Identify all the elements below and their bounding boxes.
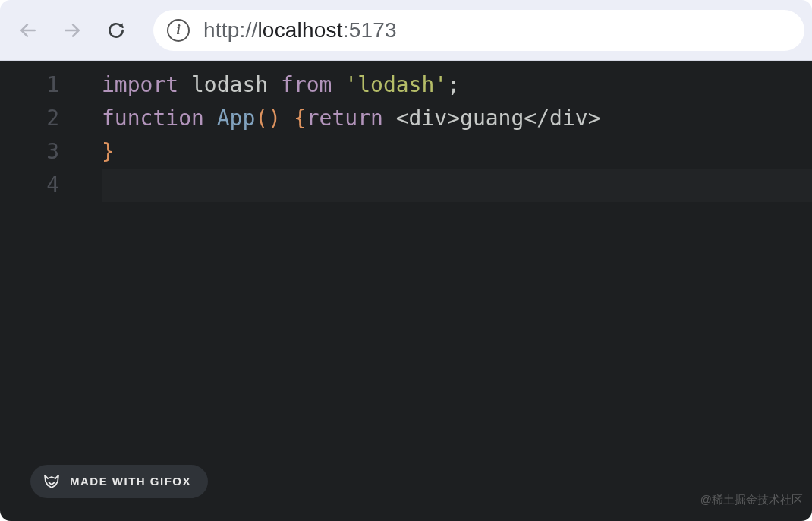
token-id — [281, 106, 294, 131]
code-line[interactable]: function App() {return <div>guang</div> — [102, 102, 812, 135]
token-id — [178, 72, 191, 97]
token-kw: from — [281, 72, 332, 97]
token-fn: App — [217, 106, 256, 131]
token-br: } — [102, 139, 115, 164]
token-id — [332, 72, 345, 97]
line-number: 1 — [0, 68, 76, 102]
token-kw: import — [102, 72, 178, 97]
arrow-left-icon — [18, 21, 38, 40]
arrow-right-icon — [62, 21, 82, 40]
address-bar[interactable]: i http://localhost:5173 — [153, 10, 804, 51]
token-kw: return — [307, 106, 383, 131]
code-line[interactable]: import lodash from 'lodash'; — [102, 68, 812, 102]
token-id: guang — [460, 106, 524, 131]
browser-toolbar: i http://localhost:5173 — [0, 0, 812, 61]
token-punc: ; — [447, 72, 460, 97]
back-button[interactable] — [8, 10, 49, 51]
url-text: http://localhost:5173 — [203, 18, 397, 43]
url-host: localhost — [257, 18, 342, 42]
token-id — [383, 106, 396, 131]
token-id: lodash — [191, 72, 268, 97]
reload-button[interactable] — [96, 10, 137, 51]
token-br: { — [294, 106, 307, 131]
code-line[interactable] — [102, 169, 812, 202]
url-scheme: http:// — [203, 18, 257, 42]
token-kw: function — [102, 106, 204, 131]
token-str: 'lodash' — [345, 72, 447, 97]
fox-icon — [42, 472, 61, 491]
line-number: 4 — [0, 169, 76, 202]
token-tag: </div> — [524, 106, 600, 131]
line-number-gutter: 1234 — [0, 61, 76, 521]
forward-button[interactable] — [52, 10, 93, 51]
reload-icon — [106, 21, 126, 40]
token-id — [268, 72, 281, 97]
watermark-text: @稀土掘金技术社区 — [700, 483, 803, 516]
code-content[interactable]: import lodash from 'lodash';function App… — [76, 61, 812, 521]
token-br: () — [255, 106, 281, 131]
gifox-label: MADE WITH GIFOX — [70, 465, 191, 498]
site-info-icon[interactable]: i — [167, 19, 190, 42]
line-number: 2 — [0, 102, 76, 135]
token-id — [204, 106, 217, 131]
gifox-badge[interactable]: MADE WITH GIFOX — [30, 465, 208, 498]
token-tag: <div> — [396, 106, 460, 131]
url-port: :5173 — [343, 18, 397, 42]
code-line[interactable]: } — [102, 135, 812, 169]
line-number: 3 — [0, 135, 76, 169]
code-editor[interactable]: 1234 import lodash from 'lodash';functio… — [0, 61, 812, 521]
